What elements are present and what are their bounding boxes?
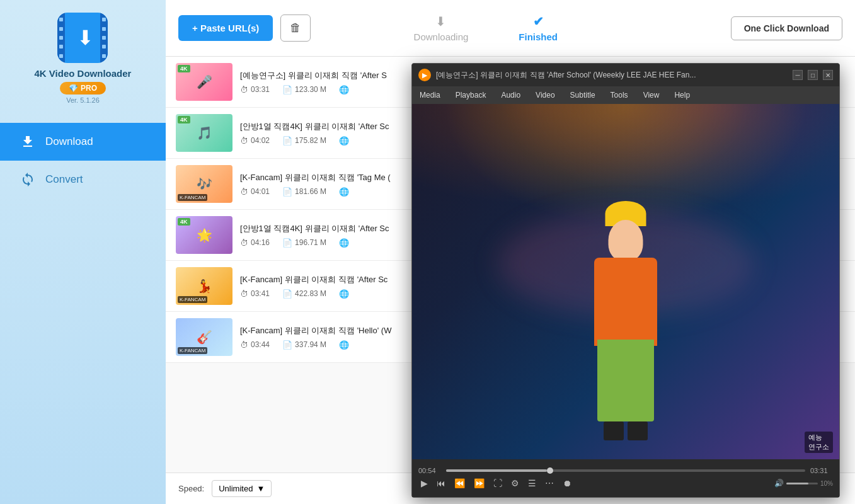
sidebar: ⬇ 4K Video Downloader 💎 PRO Ver. 5.1.26 … <box>0 0 166 504</box>
performer-area <box>412 139 839 459</box>
convert-nav-icon <box>19 171 37 188</box>
vlc-time-total: 03:31 <box>810 467 833 474</box>
performer-shoe-right <box>628 421 648 440</box>
format: 🌐 <box>339 238 349 248</box>
duration: ⏱ 03:31 <box>240 85 270 94</box>
performer-figure <box>556 157 695 459</box>
performer-body <box>594 258 657 346</box>
vlc-menu-view[interactable]: View <box>641 89 662 101</box>
duration: ⏱ 04:16 <box>240 238 270 248</box>
one-click-download-button[interactable]: One Click Download <box>731 16 842 40</box>
quality-badge: 4K <box>178 218 190 226</box>
nav-items: Download Convert <box>0 123 166 198</box>
format: 🌐 <box>339 85 349 94</box>
vlc-effects-button[interactable]: ⋯ <box>542 477 556 490</box>
delete-button[interactable]: 🗑 <box>280 14 311 42</box>
vlc-buttons-row: ▶ ⏮ ⏪ ⏩ ⛶ ⚙ ☰ ⋯ ⏺ 🔊 10% <box>418 477 833 490</box>
vlc-window: ▶ [예능연구소] 위클리 이재희 직캠 'After School' (Wee… <box>411 63 840 498</box>
format: 🌐 <box>339 136 349 146</box>
duration: ⏱ 03:41 <box>240 289 270 299</box>
vlc-extended-button[interactable]: ⚙ <box>508 477 522 490</box>
finished-label: Finished <box>519 32 558 42</box>
vlc-video-area[interactable]: 예능연구소 <box>412 104 839 459</box>
format: 🌐 <box>339 289 349 299</box>
vlc-seek-thumb <box>547 467 553 474</box>
vlc-controls: 00:54 03:31 ▶ ⏮ ⏪ ⏩ ⛶ ⚙ ☰ ⋯ ⏺ 🔊 <box>412 459 839 497</box>
vlc-fast-rewind-button[interactable]: ⏪ <box>452 477 468 490</box>
kfancam-badge: K-FANCAM <box>178 194 207 201</box>
logo-area: ⬇ 4K Video Downloader 💎 PRO Ver. 5.1.26 <box>35 13 132 104</box>
video-watermark: 예능연구소 <box>805 432 833 453</box>
vlc-window-title: [예능연구소] 위클리 이재희 직캠 'After School' (Weeek… <box>436 70 788 81</box>
quality-badge: 4K <box>178 116 190 123</box>
sidebar-item-download[interactable]: Download <box>0 123 166 161</box>
video-thumbnail: 4K 🎵 <box>176 114 232 152</box>
app-logo: ⬇ <box>57 13 108 63</box>
kfancam-badge: K-FANCAM <box>178 347 207 354</box>
vlc-menu-tools[interactable]: Tools <box>608 89 631 101</box>
vlc-maximize-button[interactable]: □ <box>808 70 818 80</box>
logo-arrow-icon: ⬇ <box>77 28 94 48</box>
vlc-menu-video[interactable]: Video <box>533 89 557 101</box>
performer-shoe-left <box>604 421 624 440</box>
diamond-icon: 💎 <box>69 84 78 93</box>
file-size: 📄 196.71 M <box>282 238 326 248</box>
vlc-seek-fill <box>446 469 547 472</box>
vlc-minimize-button[interactable]: ─ <box>793 70 803 80</box>
vlc-playlist-button[interactable]: ☰ <box>525 477 539 490</box>
tab-finished[interactable]: ✔ Finished <box>493 9 583 47</box>
downloading-label: Downloading <box>414 32 469 42</box>
download-nav-icon <box>19 133 37 151</box>
speed-label: Speed: <box>178 484 204 493</box>
finished-icon: ✔ <box>533 14 544 29</box>
vlc-rewind-button[interactable]: ⏮ <box>434 477 448 490</box>
file-size: 📄 422.83 M <box>282 289 326 299</box>
performer-pants <box>597 340 654 421</box>
tab-downloading[interactable]: ⬇ Downloading <box>389 9 494 47</box>
vlc-video-frame: 예능연구소 <box>412 104 839 459</box>
duration: ⏱ 03:44 <box>240 340 270 350</box>
sidebar-item-convert[interactable]: Convert <box>0 161 166 198</box>
performer-head <box>609 220 643 261</box>
app-name: 4K Video Downloader <box>35 68 132 79</box>
vlc-fast-forward-button[interactable]: ⏩ <box>471 477 487 490</box>
vlc-menu-media[interactable]: Media <box>417 89 443 101</box>
file-size: 📄 175.82 M <box>282 136 326 146</box>
vlc-seekbar[interactable] <box>446 469 805 472</box>
vlc-record-button[interactable]: ⏺ <box>560 477 574 490</box>
vlc-titlebar: ▶ [예능연구소] 위클리 이재희 직캠 'After School' (Wee… <box>412 64 839 86</box>
tab-group: ⬇ Downloading ✔ Finished <box>389 9 583 47</box>
file-size: 📄 123.30 M <box>282 85 326 94</box>
file-size: 📄 181.66 M <box>282 187 326 197</box>
sidebar-convert-label: Convert <box>45 173 83 186</box>
volume-percent: 10% <box>820 480 833 487</box>
format: 🌐 <box>339 340 349 350</box>
vlc-menu-help[interactable]: Help <box>672 89 692 101</box>
kfancam-badge: K-FANCAM <box>178 296 207 303</box>
chevron-down-icon: ▼ <box>256 484 265 493</box>
vlc-progress-row: 00:54 03:31 <box>418 467 833 474</box>
sidebar-download-label: Download <box>45 135 93 148</box>
paste-url-button[interactable]: + Paste URL(s) <box>178 15 273 41</box>
vlc-time-current: 00:54 <box>418 467 441 474</box>
vlc-play-button[interactable]: ▶ <box>418 477 430 490</box>
format: 🌐 <box>339 187 349 197</box>
top-bar: + Paste URL(s) 🗑 ⬇ Downloading ✔ Finishe… <box>166 0 855 57</box>
speed-select[interactable]: Unlimited ▼ <box>212 480 272 497</box>
video-thumbnail: K-FANCAM 💃 <box>176 267 232 305</box>
film-strip-left <box>57 13 65 63</box>
volume-fill <box>786 483 808 484</box>
file-size: 📄 337.94 M <box>282 340 326 350</box>
vlc-menu-subtitle[interactable]: Subtitle <box>568 89 598 101</box>
vlc-volume-control[interactable]: 🔊 10% <box>774 479 833 488</box>
vlc-menu-audio[interactable]: Audio <box>498 89 523 101</box>
vlc-close-button[interactable]: ✕ <box>823 70 833 80</box>
vlc-menu-playback[interactable]: Playback <box>453 89 489 101</box>
vlc-fullscreen-button[interactable]: ⛶ <box>491 477 505 490</box>
video-thumbnail: K-FANCAM 🎸 <box>176 318 232 356</box>
version-label: Ver. 5.1.26 <box>66 96 100 104</box>
vlc-window-controls: ─ □ ✕ <box>793 70 833 80</box>
duration: ⏱ 04:02 <box>240 136 270 146</box>
pro-badge: 💎 PRO <box>60 82 106 94</box>
main-content: + Paste URL(s) 🗑 ⬇ Downloading ✔ Finishe… <box>166 0 855 504</box>
